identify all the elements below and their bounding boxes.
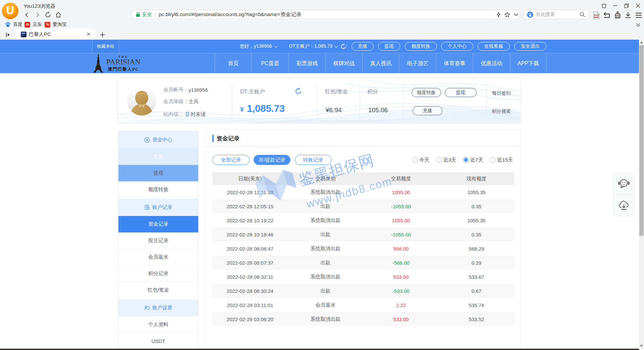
tab-all-records[interactable]: 全部记录 — [212, 155, 250, 165]
sidebar-item-deposit[interactable]: 充值 — [118, 148, 198, 165]
browser-tab[interactable]: 巴黎人PC ✕ — [15, 29, 95, 40]
points-lottery-link[interactable]: 积分摇奖 — [492, 108, 511, 115]
user-greeting[interactable]: 您好，y138956 — [240, 40, 277, 53]
bookmark-jd[interactable]: JD 京东 — [24, 21, 42, 28]
flash-icon[interactable] — [494, 10, 502, 18]
menu-egames[interactable]: 电子游艺 — [399, 53, 436, 74]
daily-signin-link[interactable]: 每日签到 — [492, 90, 511, 96]
sidebar-item-points-records[interactable]: 积分记录 — [118, 265, 198, 282]
scroll-up-icon[interactable] — [640, 41, 643, 44]
home-button[interactable] — [54, 10, 63, 19]
bookmark-baidu[interactable]: 百度 — [5, 21, 22, 28]
app-download-button[interactable] — [618, 195, 630, 216]
menu-sports[interactable]: 体育赛事 — [436, 53, 473, 74]
minimize-icon[interactable] — [611, 2, 619, 9]
menu-app[interactable]: APP下载 — [510, 53, 547, 74]
topbar-separator — [346, 44, 347, 49]
scroll-down-icon[interactable] — [640, 344, 643, 347]
menu-live[interactable]: 真人视讯 — [362, 53, 399, 74]
search-box[interactable]: 在此搜索 — [523, 10, 589, 19]
pdf-icon[interactable]: PDF — [592, 11, 600, 19]
records-panel: 资金记录 全部记录 存/提款记录 转账记录 今天 近3天 近7天 近15天 日期… — [205, 129, 521, 348]
bookmark-taobao[interactable]: 淘 爱淘宝 — [45, 21, 67, 28]
menu-icon[interactable] — [635, 11, 643, 19]
tab-close-icon[interactable]: ✕ — [86, 31, 91, 37]
sidebar-item-withdraw[interactable]: 提现 — [118, 165, 198, 181]
page-title: 资金记录 — [217, 135, 239, 142]
bonus-value: ¥6.94 — [326, 106, 342, 114]
forward-button[interactable] — [33, 10, 42, 19]
card-transfer-button[interactable]: 额度转换 — [412, 88, 441, 97]
address-separator: | — [155, 12, 156, 17]
sidebar-item-rebate[interactable]: 会员返水 — [118, 249, 198, 265]
undo-icon[interactable] — [603, 11, 611, 19]
tab-transfer-records[interactable]: 转账记录 — [295, 155, 331, 165]
cloud-download-icon — [618, 200, 630, 211]
back-button[interactable] — [22, 10, 31, 19]
sidebar-item-bet-records[interactable]: 投注记录 — [118, 232, 198, 249]
topbar-profile-button[interactable]: 个人中心 — [441, 42, 473, 51]
table-row: 2022-02-28 03:11:01会员返水 2.22535.74 — [212, 298, 514, 312]
scrollbar[interactable] — [639, 40, 644, 349]
page-content: 收藏本站 您好，y138956 DT主账户：1,085.73 充值 提现 额度转… — [0, 40, 639, 350]
search-icon[interactable] — [580, 12, 585, 17]
address-bar[interactable]: 安全 | pc.blryl6.com/#/personal/accountLog… — [131, 10, 521, 19]
sidebar-item-usdt[interactable]: USDT — [118, 333, 198, 349]
site-logo[interactable]: THE PARISIAN 澳門巴黎人PC — [92, 54, 141, 73]
maximize-icon[interactable] — [623, 2, 630, 9]
download-icon[interactable] — [624, 11, 632, 19]
bookmarks-collapse-icon[interactable] — [634, 21, 642, 29]
main-account[interactable]: DT主账户：1,085.73 — [289, 40, 346, 53]
tab-list-icon[interactable] — [4, 31, 12, 39]
title-accent-bar — [212, 135, 214, 142]
new-tab-icon[interactable] — [98, 31, 106, 39]
topbar-logout-button[interactable]: 安全退出 — [514, 42, 546, 51]
radio-selected-icon — [463, 157, 469, 163]
wallet-refresh-icon[interactable] — [295, 88, 302, 95]
sidebar-item-bonus[interactable]: 红包/奖金 — [118, 282, 198, 298]
radio-today[interactable]: 今天 — [412, 157, 429, 163]
menu-lottery[interactable]: 彩票游戏 — [288, 53, 325, 74]
menu-promo[interactable]: 优惠活动 — [473, 53, 510, 74]
card-withdraw-button[interactable]: 提现 — [445, 88, 477, 97]
card-deposit-button[interactable]: 充值 — [413, 106, 442, 115]
skin-icon[interactable] — [600, 2, 607, 9]
radio-15days[interactable]: 近15天 — [490, 157, 513, 163]
card-divider — [232, 84, 232, 119]
member-account-row: 会员帐号：y138956 — [163, 87, 208, 93]
sidebar-item-fund-records[interactable]: 资金记录 — [118, 216, 198, 232]
brand-name: PARISIAN — [106, 58, 141, 66]
sidebar-item-transfer[interactable]: 额度转换 — [118, 181, 198, 198]
site-topbar: 收藏本站 您好，y138956 DT主账户：1,085.73 充值 提现 额度转… — [0, 40, 639, 53]
scrollbar-thumb[interactable] — [639, 45, 644, 236]
topbar-deposit-button[interactable]: 充值 — [352, 42, 374, 51]
close-window-icon[interactable] — [634, 2, 642, 9]
customer-service-button[interactable] — [618, 173, 630, 194]
reload-button[interactable] — [44, 10, 52, 19]
topbar-withdraw-button[interactable]: 提现 — [378, 42, 400, 51]
favorite-site-link[interactable]: 收藏本站 — [92, 40, 119, 53]
topbar-service-button[interactable]: 在线客服 — [478, 42, 510, 51]
refresh-icon[interactable] — [340, 44, 346, 49]
col-amount: 交易额度 — [363, 172, 439, 185]
taobao-icon: 淘 — [45, 22, 50, 28]
table-row: 2022-02-28 08:08:47系统取消出款 568.00568.29 — [212, 242, 514, 256]
member-mail-row[interactable]: 站内信：0封未读 — [163, 111, 206, 118]
sidebar-item-profile[interactable]: 个人资料 — [118, 316, 198, 333]
favorite-star-icon[interactable] — [503, 10, 511, 18]
bonus-label: 红包/奖金 — [325, 88, 348, 95]
radio-7days[interactable]: 近7天 — [463, 157, 483, 163]
bookmark-label: 爱淘宝 — [53, 21, 67, 28]
topbar-transfer-button[interactable]: 额度转换 — [405, 42, 437, 51]
cleaner-icon[interactable] — [613, 11, 622, 19]
menu-home[interactable]: 首页 — [215, 53, 252, 74]
card-divider — [360, 84, 360, 119]
menu-board[interactable]: 棋牌对战 — [325, 53, 362, 74]
headset-icon — [618, 178, 630, 189]
radio-3days[interactable]: 近3天 — [436, 157, 456, 163]
member-card: 会员帐号：y138956 会员等级：士兵 站内信：0封未读 DT-主账户 ¥ 1… — [117, 78, 521, 124]
menu-pcdd[interactable]: PC蛋蛋 — [252, 53, 288, 74]
sidebar-group-funds: 资金中心 — [118, 131, 198, 148]
addressbar-dropdown-icon[interactable] — [512, 10, 520, 18]
tab-deposit-withdraw-records[interactable]: 存/提款记录 — [254, 155, 290, 165]
